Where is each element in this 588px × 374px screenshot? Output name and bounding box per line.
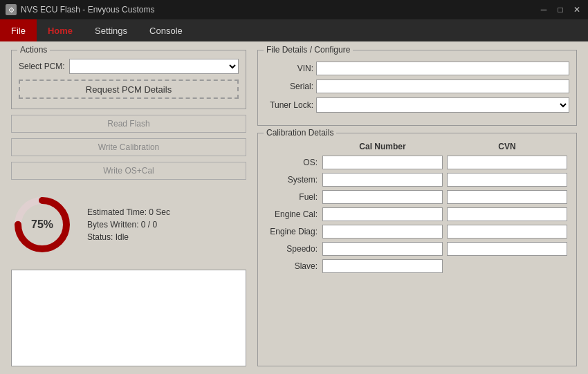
- vin-label: VIN:: [265, 64, 313, 73]
- progress-area: 75% Estimated Time: 0 Sec Bytes Written:…: [11, 188, 246, 261]
- slave-cal-number[interactable]: [322, 259, 443, 273]
- tuner-lock-label: Tuner Lock:: [265, 100, 313, 110]
- left-panel: Actions Select PCM: Request PCM Details …: [11, 50, 246, 366]
- title-bar: ⚙ NVS ECU Flash - Envyous Customs ─ □ ✕: [0, 0, 588, 19]
- vin-input[interactable]: [316, 62, 569, 75]
- cal-headers: Cal Number CVN: [265, 142, 569, 151]
- cal-row-engine-cal: Engine Cal:: [265, 207, 569, 221]
- calibration-group-label: Calibration Details: [264, 128, 336, 138]
- status-idle: Status: Idle: [87, 232, 170, 242]
- file-details-label: File Details / Configure: [264, 45, 353, 55]
- col-cvn: CVN: [445, 142, 569, 151]
- menu-item-file[interactable]: File: [0, 19, 37, 41]
- os-cvn[interactable]: [447, 156, 567, 169]
- close-button[interactable]: ✕: [571, 4, 582, 15]
- bytes-written: Bytes Written: 0 / 0: [87, 220, 170, 230]
- main-content: Actions Select PCM: Request PCM Details …: [0, 41, 588, 374]
- calibration-group: Calibration Details Cal Number CVN OS: S…: [257, 133, 577, 366]
- minimize-button[interactable]: ─: [538, 4, 549, 15]
- fuel-cvn[interactable]: [447, 190, 567, 204]
- system-cal-number[interactable]: [322, 173, 443, 187]
- os-cal-number[interactable]: [322, 156, 443, 169]
- actions-group-label: Actions: [17, 45, 50, 55]
- tuner-lock-select[interactable]: Locked Unlocked: [316, 97, 569, 113]
- write-calibration-button[interactable]: Write Calibration: [11, 138, 246, 156]
- file-details-group: File Details / Configure VIN: Serial: Tu…: [257, 50, 577, 126]
- serial-input[interactable]: [316, 80, 569, 93]
- vin-row: VIN:: [265, 62, 569, 75]
- estimated-time: Estimated Time: 0 Sec: [87, 207, 170, 217]
- serial-label: Serial:: [265, 82, 313, 91]
- engine-cal-number[interactable]: [322, 207, 443, 221]
- svg-text:75%: 75%: [31, 218, 53, 230]
- circular-progress: 75%: [11, 194, 73, 256]
- actions-group: Actions Select PCM: Request PCM Details: [11, 50, 246, 109]
- pcm-select[interactable]: [69, 59, 239, 74]
- action-buttons: Read Flash Write Calibration Write OS+Ca…: [11, 115, 246, 183]
- cal-row-speedo: Speedo:: [265, 242, 569, 256]
- tuner-lock-row: Tuner Lock: Locked Unlocked: [265, 97, 569, 113]
- menu-item-home[interactable]: Home: [37, 19, 84, 41]
- request-pcm-button[interactable]: Request PCM Details: [19, 80, 239, 99]
- menu-item-settings[interactable]: Settings: [84, 19, 138, 41]
- speedo-cvn[interactable]: [447, 242, 567, 256]
- system-cvn[interactable]: [447, 173, 567, 187]
- fuel-cal-number[interactable]: [322, 190, 443, 204]
- cal-row-engine-diag: Engine Diag:: [265, 225, 569, 239]
- cal-row-os: OS:: [265, 156, 569, 169]
- window-controls: ─ □ ✕: [538, 4, 582, 15]
- menu-item-console[interactable]: Console: [138, 19, 194, 41]
- cal-row-fuel: Fuel:: [265, 190, 569, 204]
- menu-bar: File Home Settings Console: [0, 19, 588, 41]
- select-pcm-label: Select PCM:: [19, 62, 65, 71]
- title-bar-title: NVS ECU Flash - Envyous Customs: [21, 5, 154, 15]
- cal-row-system: System:: [265, 173, 569, 187]
- read-flash-button[interactable]: Read Flash: [11, 115, 246, 133]
- engine-cvn[interactable]: [447, 207, 567, 221]
- engine-diag-cal-number[interactable]: [322, 225, 443, 239]
- write-os-cal-button[interactable]: Write OS+Cal: [11, 162, 246, 180]
- maximize-button[interactable]: □: [555, 4, 566, 15]
- cal-row-slave: Slave:: [265, 259, 569, 273]
- app-icon: ⚙: [6, 4, 17, 15]
- engine-diag-cvn[interactable]: [447, 225, 567, 239]
- right-panel: File Details / Configure VIN: Serial: Tu…: [257, 50, 577, 366]
- progress-labels: Estimated Time: 0 Sec Bytes Written: 0 /…: [87, 207, 170, 242]
- log-area: [11, 270, 246, 366]
- serial-row: Serial:: [265, 80, 569, 93]
- speedo-cal-number[interactable]: [322, 242, 443, 256]
- col-cal-number: Cal Number: [320, 142, 445, 151]
